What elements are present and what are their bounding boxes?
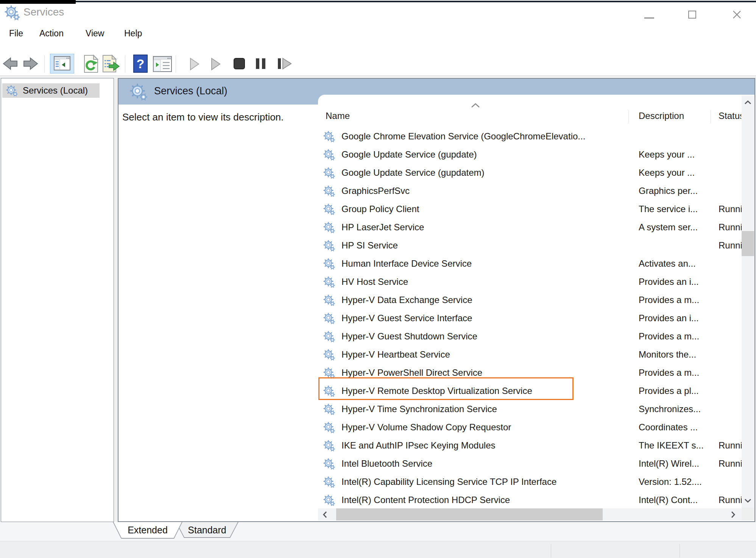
status-bar-divider — [680, 544, 680, 558]
maximize-button[interactable] — [688, 11, 696, 19]
service-name: Human Interface Device Service — [341, 258, 472, 269]
start-service-button[interactable] — [189, 58, 200, 70]
scroll-down-icon[interactable] — [744, 498, 752, 503]
service-status: Runni — [719, 458, 742, 469]
service-name: Hyper-V Time Synchronization Service — [341, 404, 497, 414]
help-button[interactable]: ? — [133, 55, 148, 73]
service-gear-icon — [323, 330, 335, 342]
toolbar-divider — [0, 75, 756, 76]
highlight-box — [318, 377, 574, 400]
pane-header-title: Services (Local) — [154, 85, 228, 97]
service-row[interactable]: Hyper-V Guest Service InterfaceProvides … — [318, 309, 742, 327]
service-row[interactable]: GraphicsPerfSvcGraphics per... — [318, 182, 742, 200]
service-row[interactable]: Intel(R) Content Protection HDCP Service… — [318, 491, 742, 508]
menu-help[interactable]: Help — [124, 27, 142, 40]
column-header-name[interactable]: Name — [326, 111, 350, 121]
export-list-button[interactable] — [101, 55, 120, 73]
vertical-scrollbar-thumb[interactable] — [742, 231, 754, 256]
service-gear-icon — [323, 458, 335, 470]
tab-standard[interactable]: Standard — [176, 522, 238, 538]
service-description: A system ser... — [639, 222, 698, 233]
service-name: Intel(R) Content Protection HDCP Service — [341, 495, 510, 505]
service-row[interactable]: IKE and AuthIP IPsec Keying ModulesThe I… — [318, 436, 742, 455]
service-gear-icon — [323, 421, 335, 433]
pause-service-icon — [255, 58, 267, 70]
close-button[interactable] — [732, 10, 742, 19]
window-chrome: Services File Action View Help — [0, 0, 756, 75]
column-header-status[interactable]: Status — [719, 111, 741, 121]
forward-button[interactable] — [23, 57, 39, 70]
service-name: Google Chrome Elevation Service (GoogleC… — [341, 131, 585, 142]
forward-arrow-icon — [23, 57, 39, 70]
service-gear-icon — [323, 167, 335, 179]
service-status: Runni — [719, 204, 742, 214]
service-row[interactable]: Hyper-V Heartbeat ServiceMonitors the... — [318, 345, 742, 364]
menu-file[interactable]: File — [9, 27, 23, 40]
service-name: Hyper-V Data Exchange Service — [341, 295, 472, 305]
restart-service-button[interactable] — [277, 58, 292, 70]
service-row[interactable]: Google Chrome Elevation Service (GoogleC… — [318, 127, 742, 145]
service-list[interactable]: Google Chrome Elevation Service (GoogleC… — [318, 127, 742, 508]
service-description: Provides a m... — [639, 331, 699, 342]
service-gear-icon — [323, 494, 335, 506]
results-pane: Services (Local) Select an item to view … — [118, 78, 755, 522]
horizontal-scrollbar-thumb[interactable] — [336, 508, 603, 520]
stop-service-button[interactable] — [233, 58, 245, 70]
toolbar-separator — [44, 55, 45, 73]
service-gear-icon — [323, 239, 335, 252]
horizontal-scrollbar[interactable] — [318, 508, 742, 520]
refresh-icon — [83, 55, 99, 73]
menu-view[interactable]: View — [86, 27, 104, 40]
menu-action[interactable]: Action — [39, 27, 64, 40]
service-row[interactable]: Human Interface Device ServiceActivates … — [318, 255, 742, 273]
service-name: GraphicsPerfSvc — [341, 186, 410, 196]
stop-service-icon — [233, 58, 245, 70]
back-button[interactable] — [2, 57, 18, 70]
service-description: Keeps your ... — [639, 149, 695, 160]
scroll-right-icon[interactable] — [731, 511, 736, 519]
show-action-pane-button[interactable] — [153, 56, 172, 72]
service-row[interactable]: Google Update Service (gupdatem)Keeps yo… — [318, 164, 742, 182]
toolbar-separator — [176, 55, 176, 73]
header-band-lower — [118, 95, 346, 105]
service-row[interactable]: Hyper-V Volume Shadow Copy RequestorCoor… — [318, 418, 742, 436]
vertical-scrollbar[interactable] — [742, 95, 754, 508]
services-app-icon — [5, 5, 20, 20]
service-description: Version: 1.52.... — [639, 477, 702, 487]
service-name: Google Update Service (gupdate) — [341, 149, 477, 160]
export-list-icon — [101, 55, 120, 73]
service-row[interactable]: Google Update Service (gupdate)Keeps you… — [318, 145, 742, 164]
service-description: Intel(R) Wirel... — [639, 458, 699, 469]
service-row[interactable]: Hyper-V Time Synchronization ServiceSync… — [318, 400, 742, 418]
service-name: Group Policy Client — [341, 204, 419, 214]
service-row[interactable]: HP SI ServiceRunni — [318, 236, 742, 255]
tab-extended[interactable]: Extended — [113, 522, 182, 539]
resume-service-button[interactable] — [210, 58, 221, 70]
show-console-tree-button[interactable] — [50, 54, 74, 73]
tree-item-services-local[interactable]: Services (Local) — [2, 83, 100, 98]
help-icon: ? — [133, 55, 148, 73]
pause-service-button[interactable] — [255, 58, 267, 70]
service-name: Hyper-V Volume Shadow Copy Requestor — [341, 422, 511, 433]
scroll-up-icon[interactable] — [744, 100, 752, 105]
service-row[interactable]: HV Host ServiceProvides an i... — [318, 273, 742, 291]
service-description: The IKEEXT s... — [639, 440, 704, 451]
refresh-button[interactable] — [83, 55, 99, 73]
scroll-left-icon[interactable] — [323, 511, 327, 519]
column-header-description[interactable]: Description — [639, 111, 684, 121]
service-row[interactable]: Intel(R) Capability Licensing Service TC… — [318, 473, 742, 491]
column-separator[interactable] — [711, 110, 711, 123]
service-name: HV Host Service — [341, 277, 408, 287]
column-separator[interactable] — [628, 110, 629, 123]
service-gear-icon — [323, 148, 335, 161]
service-row[interactable]: Intel Bluetooth ServiceIntel(R) Wirel...… — [318, 455, 742, 473]
minimize-button[interactable] — [644, 17, 654, 19]
console-tree-pane[interactable]: Services (Local) — [1, 78, 114, 522]
service-row[interactable]: Hyper-V Guest Shutdown ServiceProvides a… — [318, 327, 742, 345]
service-gear-icon — [323, 130, 335, 142]
service-row[interactable]: Group Policy ClientThe service i...Runni — [318, 200, 742, 218]
service-gear-icon — [323, 403, 335, 415]
service-row[interactable]: HP LaserJet ServiceA system ser...Runni — [318, 218, 742, 236]
service-row[interactable]: Hyper-V Data Exchange ServiceProvides a … — [318, 291, 742, 309]
service-description: Provides a m... — [639, 367, 699, 378]
